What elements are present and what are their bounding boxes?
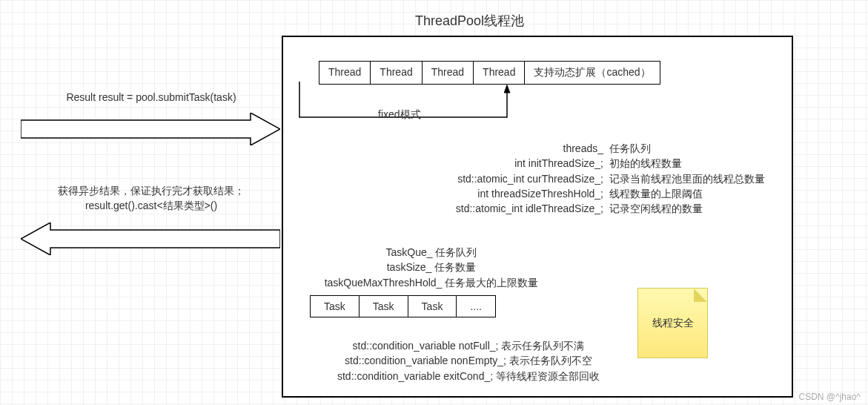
var-desc: 任务队列 xyxy=(609,141,651,156)
cond-line: std::condition_variable exitCond_; 等待线程资… xyxy=(291,369,646,383)
task-row: Task Task Task .... xyxy=(310,295,496,317)
task-meta-line: taskSize_ 任务数量 xyxy=(298,260,565,274)
var-name: threads_ xyxy=(431,141,609,156)
task-meta: TaskQue_ 任务队列 taskSize_ 任务数量 taskQueMaxT… xyxy=(298,245,565,290)
arrow-left xyxy=(21,223,280,255)
task-meta-line: TaskQue_ 任务队列 xyxy=(298,245,565,260)
condition-list: std::condition_variable notFull_; 表示任务队列… xyxy=(291,338,646,383)
diagram-title: ThreadPool线程池 xyxy=(415,12,524,30)
var-name: std::atomic_int curThreadSize_; xyxy=(431,171,609,186)
svg-marker-0 xyxy=(21,113,280,145)
threadpool-box: Thread Thread Thread Thread 支持动态扩展（cache… xyxy=(282,36,793,398)
task-cell: Task xyxy=(360,296,408,317)
var-name: int initThreadSize_; xyxy=(431,156,609,171)
task-cell: Task xyxy=(311,296,360,317)
var-desc: 记录当前线程池里面的线程总数量 xyxy=(609,171,765,186)
arrow-right xyxy=(21,113,280,145)
var-desc: 初始的线程数量 xyxy=(609,156,682,171)
thread-cell: Thread xyxy=(474,62,525,84)
sticky-text: 线程安全 xyxy=(652,317,694,330)
fixed-mode-label: fixed模式 xyxy=(378,108,421,122)
thread-cell: Thread xyxy=(371,62,422,84)
member-list: threads_任务队列 int initThreadSize_;初始的线程数量… xyxy=(431,141,765,216)
result-text-line1: 获得异步结果，保证执行完才获取结果； xyxy=(58,185,245,197)
svg-marker-1 xyxy=(21,223,280,255)
thread-cell: Thread xyxy=(423,62,474,84)
task-meta-line: taskQueMaxThreshHold_ 任务最大的上限数量 xyxy=(298,275,565,290)
result-text-line2: result.get().cast<结果类型>() xyxy=(85,200,217,211)
submit-task-text: Result result = pool.submitTask(task) xyxy=(33,90,270,105)
var-name: int threadSizeThreshHold_; xyxy=(431,186,609,201)
var-desc: 线程数量的上限阈值 xyxy=(609,186,703,201)
thread-cell: Thread xyxy=(319,62,371,84)
var-desc: 记录空闲线程的数量 xyxy=(609,201,703,216)
task-cell: Task xyxy=(408,296,457,317)
var-name: std::atomic_int idleThreadSize_; xyxy=(431,201,609,216)
cond-line: std::condition_variable notFull_; 表示任务队列… xyxy=(291,338,646,353)
cond-line: std::condition_variable nonEmpty_; 表示任务队… xyxy=(291,353,646,368)
thread-cell-cached: 支持动态扩展（cached） xyxy=(525,62,659,84)
watermark: CSDN @^jhao^ xyxy=(799,392,861,402)
sticky-note: 线程安全 xyxy=(637,288,708,358)
task-cell: .... xyxy=(457,296,495,317)
result-get-text: 获得异步结果，保证执行完才获取结果； result.get().cast<结果类… xyxy=(33,184,270,213)
